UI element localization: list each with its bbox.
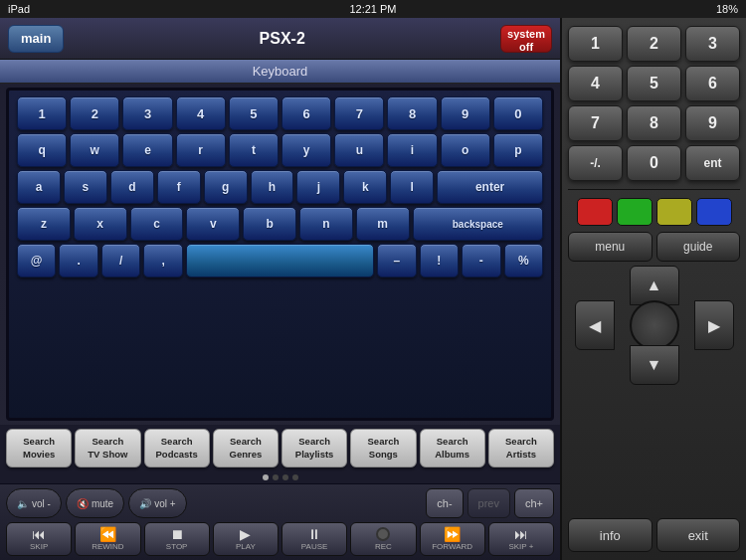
search-movies-button[interactable]: SearchMovies: [6, 429, 72, 467]
key-v[interactable]: v: [186, 207, 240, 241]
key-0[interactable]: 0: [493, 96, 543, 130]
key-t[interactable]: t: [229, 133, 279, 167]
pause-button[interactable]: ⏸ PAUSE: [281, 522, 347, 556]
key-percent[interactable]: %: [504, 244, 543, 278]
numpad-dash-dot[interactable]: -/.: [568, 145, 623, 181]
key-at[interactable]: @: [17, 244, 56, 278]
key-d[interactable]: d: [110, 170, 154, 204]
dpad-up-button[interactable]: ▲: [630, 266, 679, 305]
mute-button[interactable]: 🔇 mute: [66, 488, 124, 518]
key-w[interactable]: w: [70, 133, 119, 167]
search-genres-button[interactable]: SearchGenres: [213, 429, 279, 467]
color-green-button[interactable]: [617, 198, 653, 226]
page-dots: [0, 471, 560, 483]
menu-button[interactable]: menu: [568, 232, 653, 262]
search-podcasts-button[interactable]: SearchPodcasts: [144, 429, 210, 467]
search-artists-button[interactable]: SearchArtists: [488, 429, 554, 467]
key-z[interactable]: z: [17, 207, 71, 241]
key-3[interactable]: 3: [122, 96, 172, 130]
numpad-2[interactable]: 2: [627, 26, 681, 62]
key-9[interactable]: 9: [441, 96, 490, 130]
speaker-icon: 🔈: [17, 498, 29, 509]
record-button[interactable]: REC: [350, 522, 416, 556]
vol-minus-button[interactable]: 🔈 vol -: [6, 488, 62, 518]
numpad-0[interactable]: 0: [627, 145, 681, 181]
forward-button[interactable]: ⏩ FORWARD: [420, 522, 485, 556]
numpad-1[interactable]: 1: [568, 26, 623, 62]
key-h[interactable]: h: [251, 170, 294, 204]
key-f[interactable]: f: [157, 170, 201, 204]
key-e[interactable]: e: [122, 133, 172, 167]
numpad-7[interactable]: 7: [568, 105, 623, 141]
key-period[interactable]: .: [59, 244, 97, 278]
search-albums-button[interactable]: SearchAlbums: [420, 429, 485, 467]
ch-plus-button[interactable]: ch+: [514, 488, 554, 518]
key-comma[interactable]: ,: [143, 244, 182, 278]
key-i[interactable]: i: [387, 133, 437, 167]
numpad-4[interactable]: 4: [568, 66, 623, 101]
numpad-5[interactable]: 5: [627, 66, 681, 101]
main-button[interactable]: main: [8, 25, 64, 53]
dpad-down-button[interactable]: ▼: [630, 345, 679, 385]
key-8[interactable]: 8: [387, 96, 437, 130]
carrier-text: iPad: [8, 3, 30, 15]
key-hyphen[interactable]: -: [462, 244, 500, 278]
key-j[interactable]: j: [296, 170, 340, 204]
key-2[interactable]: 2: [70, 96, 119, 130]
stop-icon: ⏹: [170, 527, 184, 541]
key-4[interactable]: 4: [176, 96, 226, 130]
numpad-6[interactable]: 6: [685, 66, 740, 101]
vol-plus-button[interactable]: 🔊 vol +: [128, 488, 186, 518]
key-b[interactable]: b: [243, 207, 296, 241]
search-songs-button[interactable]: SearchSongs: [350, 429, 416, 467]
key-slash[interactable]: /: [101, 244, 140, 278]
key-q[interactable]: q: [17, 133, 67, 167]
key-backspace[interactable]: backspace: [413, 207, 543, 241]
rewind-button[interactable]: ⏪ REWIND: [75, 522, 140, 556]
system-off-button[interactable]: systemoff: [500, 25, 552, 53]
color-yellow-button[interactable]: [656, 198, 692, 226]
guide-button[interactable]: guide: [656, 232, 741, 262]
key-6[interactable]: 6: [281, 96, 331, 130]
search-tvshow-button[interactable]: SearchTV Show: [75, 429, 140, 467]
key-g[interactable]: g: [204, 170, 248, 204]
key-enter[interactable]: enter: [437, 170, 543, 204]
key-5[interactable]: 5: [229, 96, 279, 130]
dpad-right-button[interactable]: ▶: [694, 300, 734, 350]
key-s[interactable]: s: [64, 170, 107, 204]
key-r[interactable]: r: [176, 133, 226, 167]
key-o[interactable]: o: [441, 133, 490, 167]
key-n[interactable]: n: [299, 207, 353, 241]
key-x[interactable]: x: [74, 207, 127, 241]
color-red-button[interactable]: [577, 198, 613, 226]
key-u[interactable]: u: [334, 133, 384, 167]
key-exclaim[interactable]: !: [420, 244, 459, 278]
dpad-center-button[interactable]: [630, 300, 679, 350]
key-1[interactable]: 1: [17, 96, 67, 130]
key-space[interactable]: [186, 244, 374, 278]
stop-button[interactable]: ⏹ STOP: [144, 522, 210, 556]
numpad-9[interactable]: 9: [685, 105, 740, 141]
play-button[interactable]: ▶ PLAY: [213, 522, 279, 556]
exit-button[interactable]: exit: [656, 518, 741, 552]
key-y[interactable]: y: [281, 133, 331, 167]
key-a[interactable]: a: [17, 170, 61, 204]
key-dash[interactable]: –: [377, 244, 416, 278]
info-button[interactable]: info: [568, 518, 653, 552]
color-blue-button[interactable]: [696, 198, 732, 226]
numpad-3[interactable]: 3: [685, 26, 740, 62]
ch-minus-button[interactable]: ch-: [426, 488, 463, 518]
skip-back-button[interactable]: ⏮ SKIP: [6, 522, 72, 556]
skip-forward-button[interactable]: ⏭ SKIP +: [488, 522, 554, 556]
key-m[interactable]: m: [356, 207, 410, 241]
prev-button[interactable]: prev: [467, 488, 510, 518]
dpad-left-button[interactable]: ◀: [575, 300, 615, 350]
key-7[interactable]: 7: [334, 96, 384, 130]
key-p[interactable]: p: [493, 133, 543, 167]
key-k[interactable]: k: [343, 170, 387, 204]
search-playlists-button[interactable]: SearchPlaylists: [281, 429, 347, 467]
numpad-ent[interactable]: ent: [685, 145, 740, 181]
key-c[interactable]: c: [130, 207, 184, 241]
numpad-8[interactable]: 8: [627, 105, 681, 141]
key-l[interactable]: l: [390, 170, 434, 204]
